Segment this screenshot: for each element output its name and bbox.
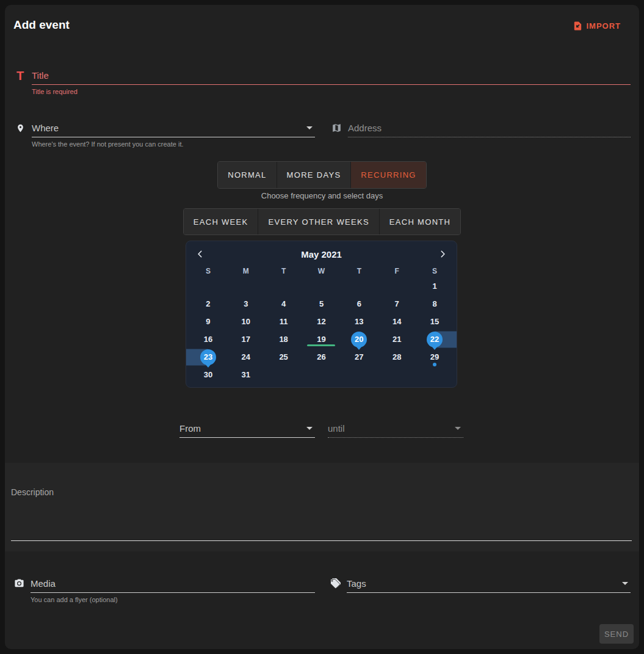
- freq-every-other-weeks-button[interactable]: EVERY OTHER WEEKS: [258, 209, 378, 234]
- calendar-day-empty: [227, 277, 265, 295]
- import-button[interactable]: IMPORT: [571, 20, 622, 32]
- calendar-day[interactable]: 14: [378, 313, 416, 330]
- calendar-day[interactable]: 15: [416, 313, 454, 330]
- dialog-card: Add event IMPORT T Title Title is requir…: [5, 5, 639, 649]
- calendar-day[interactable]: 3: [227, 295, 265, 313]
- calendar-next-button[interactable]: [435, 246, 450, 262]
- chevron-down-icon: [306, 126, 313, 129]
- calendar-day[interactable]: 8: [416, 295, 454, 313]
- media-label: Media: [31, 578, 56, 589]
- calendar-day-empty: [340, 366, 378, 383]
- calendar-day[interactable]: 12: [303, 313, 341, 330]
- calendar-day[interactable]: 22: [416, 330, 454, 348]
- calendar-day-number: 6: [357, 299, 361, 308]
- calendar-day[interactable]: 19: [303, 330, 341, 348]
- calendar-day-empty: [340, 277, 378, 295]
- calendar-day-number: 19: [317, 335, 325, 344]
- calendar-day[interactable]: 2: [189, 295, 227, 313]
- where-select[interactable]: Where: [32, 118, 315, 137]
- title-input[interactable]: Title: [32, 66, 631, 85]
- calendar-day-number: 26: [317, 352, 325, 362]
- calendar-day-empty: [303, 277, 341, 295]
- calendar-day-empty: [303, 366, 341, 383]
- chevron-left-icon: [196, 250, 204, 258]
- tab-recurring[interactable]: RECURRING: [350, 162, 425, 188]
- description-input[interactable]: [11, 463, 632, 541]
- calendar-day-number: 4: [281, 299, 286, 308]
- calendar-day[interactable]: 26: [303, 348, 341, 366]
- day-header: S: [416, 265, 454, 277]
- title-placeholder: Title: [32, 70, 49, 81]
- calendar-day[interactable]: 23: [189, 348, 227, 366]
- calendar-day-headers: S M T W T F S: [186, 265, 457, 277]
- calendar-day-number: 24: [242, 352, 250, 362]
- calendar-day-number: 7: [395, 299, 399, 308]
- calendar-day-number: 12: [317, 317, 325, 326]
- media-input[interactable]: Media: [31, 574, 315, 593]
- calendar-day[interactable]: 17: [227, 330, 265, 348]
- calendar-day[interactable]: 10: [227, 313, 265, 330]
- calendar-day[interactable]: 31: [227, 366, 265, 383]
- calendar-day[interactable]: 16: [189, 330, 227, 348]
- title-icon: T: [13, 70, 27, 82]
- calendar-day[interactable]: 9: [189, 313, 227, 330]
- until-select[interactable]: until: [328, 419, 463, 438]
- day-header: T: [265, 265, 303, 277]
- day-header: W: [303, 265, 341, 277]
- calendar-day[interactable]: 27: [340, 348, 378, 366]
- calendar-day[interactable]: 25: [265, 348, 303, 366]
- where-field: Where Where's the event? If not present …: [13, 118, 315, 148]
- freq-each-week-button[interactable]: EACH WEEK: [184, 209, 258, 234]
- calendar-day-empty: [189, 277, 227, 295]
- calendar-day[interactable]: 1: [416, 277, 454, 295]
- event-type-tabs-wrap: NORMAL MORE DAYS RECURRING: [5, 161, 639, 189]
- tags-label: Tags: [347, 578, 366, 589]
- description-label: Description: [11, 487, 54, 497]
- calendar-grid: 1234567891011121314151617181920212223242…: [186, 277, 457, 383]
- calendar-day-number: 16: [204, 335, 212, 344]
- send-button[interactable]: SEND: [599, 624, 634, 644]
- calendar-day-number: 5: [319, 299, 324, 308]
- location-pin-icon: [13, 123, 27, 134]
- chevron-down-icon: [455, 427, 461, 430]
- media-field: Media You can add a flyer (optional): [12, 574, 315, 603]
- freq-each-month-button[interactable]: EACH MONTH: [379, 209, 460, 234]
- from-select[interactable]: From: [179, 419, 315, 438]
- calendar-day[interactable]: 5: [303, 295, 341, 313]
- calendar-day-empty: [416, 366, 454, 383]
- where-helper-text: Where's the event? If not present you ca…: [32, 140, 315, 148]
- page-title: Add event: [13, 18, 70, 32]
- calendar-day[interactable]: 24: [227, 348, 265, 366]
- tab-normal[interactable]: NORMAL: [218, 162, 276, 188]
- calendar-day-number: 10: [242, 317, 250, 326]
- calendar-day-number: 20: [355, 335, 363, 344]
- tab-more-days[interactable]: MORE DAYS: [277, 162, 351, 188]
- address-input[interactable]: Address: [348, 118, 631, 137]
- calendar-day[interactable]: 11: [265, 313, 303, 330]
- calendar: May 2021 S M T W T F S 12345678910111213…: [186, 241, 457, 388]
- address-field: Address: [330, 118, 631, 137]
- tags-field: Tags: [328, 574, 631, 593]
- calendar-day[interactable]: 28: [378, 348, 416, 366]
- calendar-day[interactable]: 6: [340, 295, 378, 313]
- calendar-day[interactable]: 21: [378, 330, 416, 348]
- calendar-day[interactable]: 29: [416, 348, 454, 366]
- calendar-day[interactable]: 13: [340, 313, 378, 330]
- calendar-day[interactable]: 4: [265, 295, 303, 313]
- calendar-day-number: 28: [393, 352, 401, 362]
- calendar-prev-button[interactable]: [192, 246, 208, 262]
- chevron-down-icon: [306, 427, 313, 430]
- calendar-day[interactable]: 7: [378, 295, 416, 313]
- calendar-day-number: 29: [430, 352, 439, 362]
- frequency-helper-text: Choose frequency and select days: [5, 191, 639, 200]
- calendar-day[interactable]: 20: [340, 330, 378, 348]
- calendar-day[interactable]: 18: [265, 330, 303, 348]
- calendar-day-number: 22: [430, 335, 439, 344]
- import-label: IMPORT: [586, 21, 621, 31]
- calendar-day-number: 13: [355, 317, 363, 326]
- tags-select[interactable]: Tags: [347, 574, 631, 593]
- title-error-text: Title is required: [32, 88, 631, 95]
- calendar-day[interactable]: 30: [189, 366, 227, 383]
- media-helper-text: You can add a flyer (optional): [31, 596, 315, 603]
- import-file-icon: [573, 21, 583, 31]
